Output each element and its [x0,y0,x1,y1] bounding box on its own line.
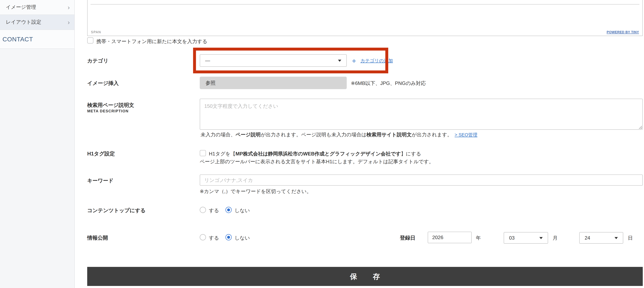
save-button[interactable]: 保存 [87,267,643,286]
image-insert-label: イメージ挿入 [87,80,119,87]
meta-description-label: 検索用ページ説明文 [87,102,134,109]
mobile-body-checkbox-label: 携帯・スマートフォン用に新たに本文を入力する [96,38,208,45]
content-top-radio-no[interactable] [226,207,232,213]
page: イメージ管理 › レイアウト設定 › CONTACT SPAN POWERED … [0,0,644,288]
publish-label: 情報公開 [87,235,108,242]
meta-help-bold1: ページ説明 [236,132,260,138]
image-insert-note: ※6MB以下、JPG、PNGのみ対応 [351,80,426,87]
radio-dot [227,208,230,211]
h1-tag-help: ページ上部のツールバーに表示される文言をサイト基本H1にします。デフォルトは記事… [200,158,434,165]
month-unit-label: 月 [553,235,558,242]
browse-button-label: 参照 [206,79,216,86]
keywords-input[interactable] [200,174,643,185]
meta-help-part2: が出力されます。ページ説明も未入力の場合は [261,132,366,138]
h1-tag-checkbox[interactable] [200,150,206,156]
publish-radio-yes-label[interactable]: する [209,235,219,242]
category-label: カテゴリ [87,58,108,65]
meta-description-sublabel: META DESCRIPTION [87,109,128,113]
content-top-radio-yes[interactable] [200,207,206,213]
main-content: SPAN POWERED BY TINY 携帯・スマートフォン用に新たに本文を入… [75,0,644,288]
registration-date-label: 登録日 [400,235,416,242]
editor-statusbar: SPAN POWERED BY TINY [88,28,642,36]
month-select[interactable]: 03 [504,232,548,244]
meta-description-help: 未入力の場合、ページ説明が出力されます。ページ説明も未入力の場合は検索用サイト説… [200,131,477,138]
day-unit-label: 日 [628,235,633,242]
keywords-label: キーワード [87,177,114,184]
meta-help-part1: 未入力の場合、 [200,132,236,138]
content-top-radio-no-label[interactable]: しない [234,207,250,214]
day-select[interactable]: 24 [579,232,623,244]
sidebar-item-layout-settings[interactable]: レイアウト設定 › [0,15,74,30]
caret-down-icon [338,60,341,62]
publish-radio-no-label[interactable]: しない [234,235,250,242]
powered-by-tiny-link[interactable]: POWERED BY TINY [607,30,639,34]
meta-help-bold2: 検索用サイト説明文 [366,132,412,138]
add-category-link[interactable]: ＋ カテゴリの追加 [350,54,393,67]
sidebar: イメージ管理 › レイアウト設定 › CONTACT [0,0,75,288]
editor-content-area[interactable] [91,4,639,28]
day-select-value: 24 [585,235,590,241]
mobile-body-checkbox[interactable] [87,37,94,44]
month-select-value: 03 [509,235,515,241]
sidebar-item-label: イメージ管理 [6,4,36,11]
seo-management-link[interactable]: > SEO管理 [455,132,478,137]
content-top-radio-yes-label[interactable]: する [209,207,219,214]
plus-icon: ＋ [350,57,358,64]
category-select-value: — [205,58,210,63]
contact-label: CONTACT [2,36,33,43]
h1-text-suffix: 】にする [401,151,421,157]
h1-text-prefix: H1タグを【 [209,151,236,157]
year-input[interactable] [428,232,472,243]
caret-down-icon [540,237,543,239]
year-unit-label: 年 [476,235,481,242]
publish-radio-yes[interactable] [200,234,206,240]
caret-down-icon [614,237,618,239]
keywords-help: ※カンマ（,）でキーワードを区切ってください。 [200,188,312,195]
add-category-link-label: カテゴリの追加 [360,57,393,64]
publish-radio-no[interactable] [226,234,232,240]
meta-description-textarea[interactable] [200,99,643,130]
save-button-label: 保存 [350,272,396,281]
element-path[interactable]: SPAN [91,30,101,34]
sidebar-item-label: レイアウト設定 [6,19,41,26]
meta-help-part3: が出力されます。 [412,132,452,138]
rich-text-editor: SPAN POWERED BY TINY [87,0,643,36]
content-top-label: コンテンツトップにする [87,207,146,214]
h1-tag-checkbox-label: H1タグを【MP株式会社は静岡県浜松市のWEB作成とグラフィックデザイン会社です… [209,150,421,157]
chevron-right-icon: › [68,19,70,25]
h1-text-bold: MP株式会社は静岡県浜松市のWEB作成とグラフィックデザイン会社です [236,151,401,157]
sidebar-item-contact[interactable]: CONTACT [0,30,74,49]
category-select[interactable]: — [200,54,347,67]
chevron-right-icon: › [68,4,70,10]
h1-tag-label: H1タグ設定 [87,150,115,157]
sidebar-item-image-management[interactable]: イメージ管理 › [0,0,74,15]
browse-button[interactable]: 参照 [200,77,347,89]
radio-dot [227,236,230,239]
